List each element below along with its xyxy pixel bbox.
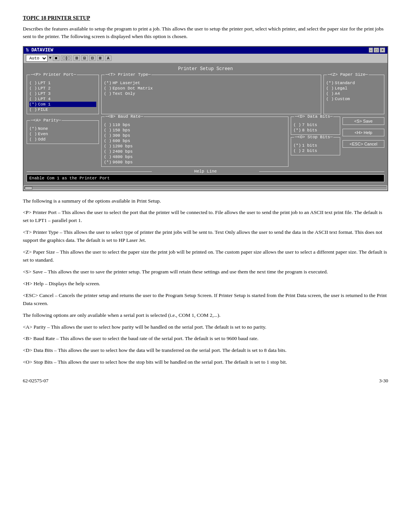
size-legal[interactable]: ( ) Legal — [326, 86, 382, 91]
type-epson[interactable]: ( ) Epson Dot Matrix — [104, 86, 319, 91]
baud-150[interactable]: ( ) 150 bps — [104, 128, 286, 133]
type-hp[interactable]: (*) HP Laserjet — [104, 80, 319, 86]
screen-content: Printer Setup Screen ─<P> Printer Port─ … — [24, 63, 387, 185]
help-line-text: Enable Com 1 as the Printer Port — [27, 174, 384, 182]
help-button[interactable]: <H> Help — [342, 129, 384, 136]
para-1: <P> Printer Port – This allows the user … — [23, 209, 388, 225]
baud-rate-label: ─<B> Baud Rate─ — [105, 114, 144, 119]
radio-even: ( ) — [29, 132, 37, 136]
size-standard[interactable]: (*) Standard — [326, 80, 382, 86]
toolbar-btn-3[interactable]: ⊞ — [73, 55, 80, 61]
toolbar-btn-4[interactable]: ⊡ — [81, 55, 88, 61]
port-lpt2[interactable]: ( ) LPT 2 — [29, 86, 96, 91]
radio-lpt3: ( ) — [29, 91, 37, 96]
port-lpt1[interactable]: ( ) LPT 1 — [29, 80, 96, 86]
para-0: The following is a summary of the option… — [23, 197, 388, 205]
toolbar-btn-5[interactable]: ⊟ — [89, 55, 96, 61]
parity-box: ─<A> Parity─ (*) None ( ) Even ( ) Odd — [27, 120, 99, 144]
port-lpt3[interactable]: ( ) LPT 3 — [29, 91, 96, 96]
data-bits-box: ─<D> Data Bits─ ( ) 7 bits (*) 8 bits — [291, 117, 340, 135]
para-9: <B> Baud Rate – This allows the user to … — [23, 335, 388, 343]
radio-odd: ( ) — [29, 137, 37, 142]
dataview-window: ½ DATAVIEW - □ × Auto ▼ ■ □|□ ⊞ ⊡ ⊟ ⊠ A … — [23, 46, 388, 191]
paper-size-label: ─<Z> Paper Size─ — [327, 72, 369, 77]
auto-dropdown[interactable]: Auto — [26, 55, 48, 62]
parity-options: (*) None ( ) Even ( ) Odd — [29, 126, 96, 142]
size-a4[interactable]: ( ) A4 — [326, 91, 382, 96]
baud-2400[interactable]: ( ) 2400 bps — [104, 149, 286, 154]
top-section: ─<P> Printer Port─ ( ) LPT 1 ( ) LPT 2 (… — [27, 75, 384, 114]
para-4: <S> Save – This allows the user to save … — [23, 268, 388, 276]
para-7: The following options are only available… — [23, 312, 388, 320]
type-text[interactable]: ( ) Text Only — [104, 91, 319, 96]
titlebar: ½ DATAVIEW - □ × — [24, 47, 387, 54]
screen-title: Printer Setup Screen — [27, 66, 384, 72]
right-buttons: <S> Save <H> Help <ESC> Cancel — [342, 117, 384, 167]
middle-bottom: ─<B> Baud Rate─ ( ) 110 bps ( ) 150 bps … — [101, 117, 340, 167]
window-title: ½ DATAVIEW — [26, 48, 53, 53]
close-button[interactable]: × — [380, 48, 385, 53]
toolbar-btn-2[interactable]: □|□ — [61, 56, 72, 61]
radio-lpt4: ( ) — [29, 97, 37, 101]
radio-file: ( ) — [29, 107, 37, 112]
stop-1bit[interactable]: (*) 1 bits — [293, 143, 338, 148]
titlebar-controls[interactable]: - □ × — [369, 48, 385, 53]
radio-epson: ( ) — [104, 86, 112, 91]
baud-300[interactable]: ( ) 300 bps — [104, 133, 286, 138]
toolbar-btn-a[interactable]: A — [105, 56, 112, 61]
stop-bits-box: ─<O> Stop Bits─ (*) 1 bits ( ) 2 bits — [291, 137, 340, 155]
baud-rate-options: ( ) 110 bps ( ) 150 bps ( ) 300 bps ( ) … — [104, 122, 286, 165]
data-bits-label: ─<D> Data Bits─ — [294, 114, 333, 119]
para-6: <ESC> Cancel – Cancels the printer setup… — [23, 292, 388, 308]
printer-type-box: ─<T> Printer Type─ (*) HP Laserjet ( ) E… — [101, 75, 321, 114]
port-com1[interactable]: (*) Com 1 — [29, 102, 96, 107]
baud-1200[interactable]: ( ) 1200 bps — [104, 144, 286, 149]
radio-a4: ( ) — [326, 91, 334, 96]
scrollbar[interactable] — [24, 185, 387, 190]
baud-9600[interactable]: (*) 9600 bps — [104, 160, 286, 165]
data-bits-options: ( ) 7 bits (*) 8 bits — [293, 122, 338, 133]
parity-none[interactable]: (*) None — [29, 126, 96, 131]
footer-right: 3-30 — [379, 378, 388, 384]
toolbar-arrow: ▼ — [49, 56, 51, 60]
save-button[interactable]: <S> Save — [342, 117, 384, 125]
radio-text: ( ) — [104, 91, 112, 96]
port-lpt4[interactable]: ( ) LPT 4 — [29, 96, 96, 102]
stop-2bits[interactable]: ( ) 2 bits — [293, 148, 338, 153]
para-2: <T> Printer Type – This allows the user … — [23, 228, 388, 244]
printer-type-options: (*) HP Laserjet ( ) Epson Dot Matrix ( )… — [104, 80, 319, 96]
radio-hp: (*) — [104, 81, 112, 85]
baud-600[interactable]: ( ) 600 bps — [104, 138, 286, 144]
baud-110[interactable]: ( ) 110 bps — [104, 122, 286, 128]
baud-rate-box: ─<B> Baud Rate─ ( ) 110 bps ( ) 150 bps … — [101, 117, 288, 167]
data-8bits[interactable]: (*) 8 bits — [293, 128, 338, 133]
parity-label: ─<A> Parity─ — [30, 118, 62, 123]
parity-odd[interactable]: ( ) Odd — [29, 137, 96, 142]
port-file[interactable]: ( ) FILE — [29, 107, 96, 112]
help-line-label: Help Line — [27, 169, 384, 174]
toolbar-btn-6[interactable]: ⊠ — [97, 55, 104, 61]
footer-left: 62-02575-07 — [23, 378, 48, 384]
bottom-section: ─<A> Parity─ (*) None ( ) Even ( ) Odd ─… — [27, 117, 384, 167]
parity-even[interactable]: ( ) Even — [29, 131, 96, 137]
data-7bits[interactable]: ( ) 7 bits — [293, 122, 338, 128]
radio-lpt2: ( ) — [29, 86, 37, 91]
toolbar: Auto ▼ ■ □|□ ⊞ ⊡ ⊟ ⊠ A — [24, 54, 387, 63]
intro-text: Describes the features available to setu… — [23, 25, 388, 41]
cancel-button[interactable]: <ESC> Cancel — [342, 140, 384, 148]
toolbar-btn-1[interactable]: ■ — [53, 56, 59, 61]
baud-4800[interactable]: ( ) 4800 bps — [104, 154, 286, 160]
radio-none: (*) — [29, 126, 37, 131]
size-custom[interactable]: ( ) Custom — [326, 96, 382, 102]
scroll-track[interactable] — [24, 186, 387, 189]
footer: 62-02575-07 3-30 — [23, 378, 388, 384]
maximize-button[interactable]: □ — [374, 48, 379, 53]
minimize-button[interactable]: - — [369, 48, 373, 53]
para-11: <O> Stop Bits – This allows the user to … — [23, 358, 388, 366]
stop-bits-options: (*) 1 bits ( ) 2 bits — [293, 143, 338, 153]
data-stop-stack: ─<D> Data Bits─ ( ) 7 bits (*) 8 bits ─<… — [291, 117, 340, 167]
para-5: <H> Help – Displays the help screen. — [23, 280, 388, 288]
scroll-thumb[interactable] — [25, 187, 32, 190]
printer-type-label: ─<T> Printer Type─ — [105, 72, 151, 77]
baud-data-row: ─<B> Baud Rate─ ( ) 110 bps ( ) 150 bps … — [101, 117, 340, 167]
